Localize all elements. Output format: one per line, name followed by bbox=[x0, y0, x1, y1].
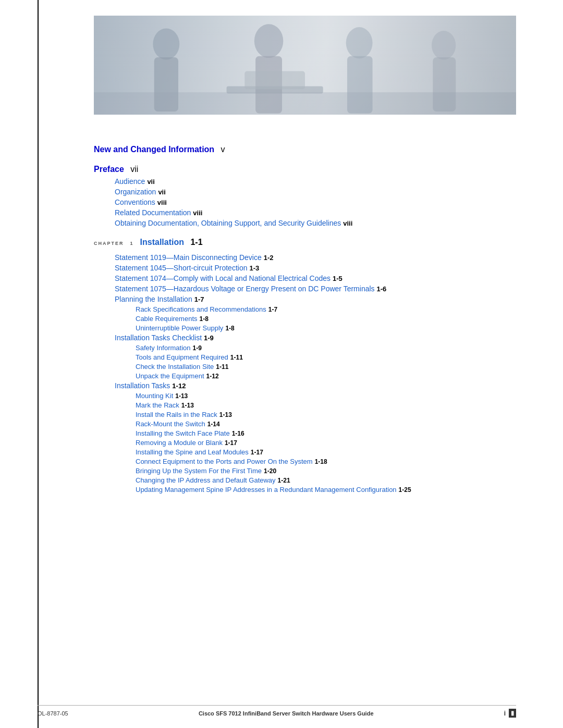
toc-sub-page: 1-20 bbox=[264, 467, 276, 475]
toc-sub-page: 1-21 bbox=[278, 477, 290, 484]
toc-sub-page: 1-7 bbox=[268, 306, 277, 313]
toc-sub-page: 1-2 bbox=[264, 254, 274, 262]
toc-sub-label: Uninterruptible Power Supply bbox=[136, 324, 223, 332]
toc-sub-label: Installation Tasks Checklist bbox=[115, 334, 202, 342]
toc-sub-label: Statement 1019—Main Disconnecting Device bbox=[115, 253, 262, 262]
chapter-title-label: Installation bbox=[140, 238, 184, 246]
toc-entry-page: v bbox=[221, 145, 225, 154]
toc-entry-ups[interactable]: Uninterruptible Power Supply 1-8 bbox=[136, 324, 516, 332]
toc-entry-mounting-kit[interactable]: Mounting Kit 1-13 bbox=[136, 392, 516, 400]
toc-sub-page: 1-13 bbox=[175, 392, 188, 400]
chapter-title-page: 1-1 bbox=[190, 238, 202, 246]
toc-entry-switch-face[interactable]: Installing the Switch Face Plate 1-16 bbox=[136, 429, 516, 437]
toc-sub-label: Organization bbox=[115, 188, 156, 196]
toc-sub-page: 1-9 bbox=[204, 334, 214, 342]
toc-sub-page: 1-17 bbox=[225, 439, 237, 447]
toc-entry-change-ip[interactable]: Changing the IP Address and Default Gate… bbox=[136, 476, 516, 484]
toc-sub-label: Installation Tasks bbox=[115, 381, 170, 390]
toc-sub-label: Connect Equipment to the Ports and Power… bbox=[136, 458, 313, 465]
toc-entry-label: Preface bbox=[94, 165, 124, 174]
svg-point-7 bbox=[346, 27, 373, 58]
toc-entry-audience[interactable]: Audience vii bbox=[115, 177, 516, 186]
toc-entry-install-tasks[interactable]: Installation Tasks 1-12 bbox=[115, 381, 516, 390]
toc-entry-preface[interactable]: Preface vii bbox=[94, 165, 516, 174]
toc-sub-label: Check the Installation Site bbox=[136, 363, 214, 371]
toc-entry-cable-req[interactable]: Cable Requirements 1-8 bbox=[136, 315, 516, 323]
svg-point-9 bbox=[432, 31, 456, 60]
toc-entry-label: New and Changed Information bbox=[94, 145, 214, 154]
chapter-num: 1 bbox=[130, 241, 134, 246]
toc-sub-page: 1-25 bbox=[399, 486, 411, 493]
chapter-title[interactable]: Installation 1-1 bbox=[140, 238, 203, 247]
toc-sub-label: Obtaining Documentation, Obtaining Suppo… bbox=[115, 219, 341, 227]
toc-entry-new-info[interactable]: New and Changed Information v bbox=[94, 145, 516, 154]
toc-sub-page: 1-5 bbox=[333, 275, 342, 282]
toc-sub-page: 1-13 bbox=[181, 402, 194, 409]
svg-point-3 bbox=[254, 24, 284, 58]
toc-section-preface: Preface vii Audience vii Organization vi… bbox=[94, 165, 516, 227]
toc-sub-label: Statement 1045—Short-circuit Protection bbox=[115, 264, 247, 272]
toc-sub-page: 1-16 bbox=[232, 430, 244, 437]
chapter-header: CHAPTER 1 Installation 1-1 bbox=[94, 238, 516, 247]
toc-entry-unpack[interactable]: Unpack the Equipment 1-12 bbox=[136, 372, 516, 380]
footer-page: i ▮ bbox=[504, 709, 516, 718]
toc-entry-stmt1075[interactable]: Statement 1075—Hazardous Voltage or Ener… bbox=[115, 285, 516, 293]
toc-entry-bring-up[interactable]: Bringing Up the System For the First Tim… bbox=[136, 467, 516, 475]
toc-entry-rack-mount[interactable]: Rack-Mount the Switch 1-14 bbox=[136, 420, 516, 428]
toc-entry-check-site[interactable]: Check the Installation Site 1-11 bbox=[136, 363, 516, 371]
toc-sub-page: 1-13 bbox=[219, 411, 232, 418]
toc-sub-label: Rack Specifications and Recommendations bbox=[136, 305, 266, 313]
toc-sub-label: Statement 1074—Comply with Local and Nat… bbox=[115, 274, 331, 282]
toc-sub-page: 1-8 bbox=[200, 315, 209, 323]
toc-sub-label: Install the Rails in the Rack bbox=[136, 411, 217, 418]
footer-page-box: ▮ bbox=[509, 709, 516, 718]
toc-sub-page: vii bbox=[158, 188, 165, 196]
footer: OL-8787-05 Cisco SFS 7012 InfiniBand Ser… bbox=[38, 705, 516, 718]
toc-sub-page: 1-14 bbox=[207, 421, 220, 428]
header-image bbox=[94, 16, 516, 115]
toc-sub-page: 1-3 bbox=[249, 264, 259, 272]
toc-sub-page: 1-8 bbox=[225, 325, 234, 332]
toc-sub-label: Safety Information bbox=[136, 344, 191, 352]
toc-sub-label: Unpack the Equipment bbox=[136, 372, 204, 380]
toc-entry-page: vii bbox=[130, 165, 138, 174]
toc-entry-stmt1019[interactable]: Statement 1019—Main Disconnecting Device… bbox=[115, 253, 516, 262]
toc-sub-label: Conventions bbox=[115, 198, 155, 206]
content-area: New and Changed Information v Preface vi… bbox=[94, 115, 516, 493]
toc-sub-label: Bringing Up the System For the First Tim… bbox=[136, 467, 262, 475]
toc-entry-install-rails[interactable]: Install the Rails in the Rack 1-13 bbox=[136, 411, 516, 418]
toc-sub-label: Updating Management Spine IP Addresses i… bbox=[136, 486, 397, 493]
toc-sub-label: Planning the Installation bbox=[115, 295, 192, 303]
toc-entry-remove-module[interactable]: Removing a Module or Blank 1-17 bbox=[136, 439, 516, 447]
toc-entry-tools-equip[interactable]: Tools and Equipment Required 1-11 bbox=[136, 353, 516, 361]
toc-sub-label: Audience bbox=[115, 177, 145, 186]
toc-sub-label: Tools and Equipment Required bbox=[136, 353, 228, 361]
toc-entry-conventions[interactable]: Conventions viii bbox=[115, 198, 516, 206]
margin-line bbox=[38, 0, 39, 728]
toc-entry-update-mgmt[interactable]: Updating Management Spine IP Addresses i… bbox=[136, 486, 516, 493]
toc-sub-page: 1-17 bbox=[251, 449, 263, 456]
toc-entry-connect-equip[interactable]: Connect Equipment to the Ports and Power… bbox=[136, 458, 516, 465]
toc-sub-label: Statement 1075—Hazardous Voltage or Ener… bbox=[115, 285, 375, 293]
toc-entry-stmt1045[interactable]: Statement 1045—Short-circuit Protection … bbox=[115, 264, 516, 272]
toc-entry-obtaining-doc[interactable]: Obtaining Documentation, Obtaining Suppo… bbox=[115, 219, 516, 227]
svg-rect-6 bbox=[244, 71, 305, 90]
toc-entry-rack-specs[interactable]: Rack Specifications and Recommendations … bbox=[136, 305, 516, 313]
toc-entry-stmt1074[interactable]: Statement 1074—Comply with Local and Nat… bbox=[115, 274, 516, 282]
toc-entry-mark-rack[interactable]: Mark the Rack 1-13 bbox=[136, 401, 516, 409]
footer-title: Cisco SFS 7012 InfiniBand Server Switch … bbox=[68, 710, 504, 717]
toc-entry-planning[interactable]: Planning the Installation 1-7 bbox=[115, 295, 516, 303]
toc-entry-spine-leaf[interactable]: Installing the Spine and Leaf Modules 1-… bbox=[136, 448, 516, 456]
toc-sub-label: Mounting Kit bbox=[136, 392, 173, 400]
toc-sub-page: 1-6 bbox=[377, 285, 387, 293]
toc-sub-page: viii bbox=[157, 199, 167, 206]
toc-sub-label: Related Documentation bbox=[115, 208, 191, 217]
toc-entry-organization[interactable]: Organization vii bbox=[115, 188, 516, 196]
toc-entry-safety-info[interactable]: Safety Information 1-9 bbox=[136, 344, 516, 352]
toc-sub-page: vii bbox=[147, 178, 154, 186]
toc-entry-related-doc[interactable]: Related Documentation viii bbox=[115, 208, 516, 217]
toc-entry-install-checklist[interactable]: Installation Tasks Checklist 1-9 bbox=[115, 334, 516, 342]
toc-section-chapter1: CHAPTER 1 Installation 1-1 Statement 101… bbox=[94, 238, 516, 493]
toc-sub-page: 1-7 bbox=[194, 295, 204, 303]
chapter-label: CHAPTER bbox=[94, 241, 124, 246]
